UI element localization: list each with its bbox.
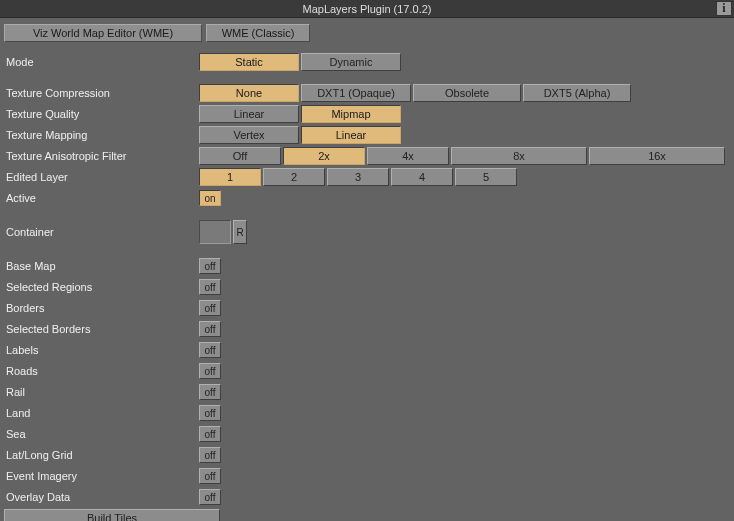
label-borders: Borders: [4, 302, 199, 314]
texcomp-dxt5[interactable]: DXT5 (Alpha): [523, 84, 631, 102]
labels-toggle[interactable]: off: [199, 342, 221, 358]
label-roads: Roads: [4, 365, 199, 377]
mode-static[interactable]: Static: [199, 53, 299, 71]
aniso-off[interactable]: Off: [199, 147, 281, 165]
window-title: MapLayers Plugin (17.0.2): [302, 3, 431, 15]
texmap-linear[interactable]: Linear: [301, 126, 401, 144]
layer-4[interactable]: 4: [391, 168, 453, 186]
layer-3[interactable]: 3: [327, 168, 389, 186]
aniso-16x[interactable]: 16x: [589, 147, 725, 165]
label-active: Active: [4, 192, 199, 204]
label-mode: Mode: [4, 56, 199, 68]
titlebar: MapLayers Plugin (17.0.2) i: [0, 0, 734, 18]
aniso-8x[interactable]: 8x: [451, 147, 587, 165]
label-sel_regions: Selected Regions: [4, 281, 199, 293]
active-toggle[interactable]: on: [199, 190, 221, 206]
aniso-4x[interactable]: 4x: [367, 147, 449, 165]
layer-1[interactable]: 1: [199, 168, 261, 186]
roads-toggle[interactable]: off: [199, 363, 221, 379]
layer-5[interactable]: 5: [455, 168, 517, 186]
texcomp-dxt1[interactable]: DXT1 (Opaque): [301, 84, 411, 102]
latlong-toggle[interactable]: off: [199, 447, 221, 463]
texcomp-none[interactable]: None: [199, 84, 299, 102]
tab-row: Viz World Map Editor (WME) WME (Classic): [4, 24, 730, 42]
mode-dynamic[interactable]: Dynamic: [301, 53, 401, 71]
label-overlay: Overlay Data: [4, 491, 199, 503]
sea-toggle[interactable]: off: [199, 426, 221, 442]
rail-toggle[interactable]: off: [199, 384, 221, 400]
texmap-vertex[interactable]: Vertex: [199, 126, 299, 144]
tab-wme[interactable]: Viz World Map Editor (WME): [4, 24, 202, 42]
build-tiles-button[interactable]: Build Tiles: [4, 509, 220, 521]
sel_regions-toggle[interactable]: off: [199, 279, 221, 295]
borders-toggle[interactable]: off: [199, 300, 221, 316]
label-edit-layer: Edited Layer: [4, 171, 199, 183]
label-tex-map: Texture Mapping: [4, 129, 199, 141]
label-sel_borders: Selected Borders: [4, 323, 199, 335]
label-rail: Rail: [4, 386, 199, 398]
label-tex-comp: Texture Compression: [4, 87, 199, 99]
sel_borders-toggle[interactable]: off: [199, 321, 221, 337]
label-aniso: Texture Anisotropic Filter: [4, 150, 199, 162]
layer-2[interactable]: 2: [263, 168, 325, 186]
texqual-mipmap[interactable]: Mipmap: [301, 105, 401, 123]
container-dropzone[interactable]: [199, 220, 231, 244]
label-base_map: Base Map: [4, 260, 199, 272]
label-tex-qual: Texture Quality: [4, 108, 199, 120]
info-icon[interactable]: i: [716, 1, 732, 16]
event_img-toggle[interactable]: off: [199, 468, 221, 484]
aniso-2x[interactable]: 2x: [283, 147, 365, 165]
label-event_img: Event Imagery: [4, 470, 199, 482]
label-container: Container: [4, 226, 199, 238]
texcomp-obsolete[interactable]: Obsolete: [413, 84, 521, 102]
base_map-toggle[interactable]: off: [199, 258, 221, 274]
texqual-linear[interactable]: Linear: [199, 105, 299, 123]
label-labels: Labels: [4, 344, 199, 356]
container-reset-button[interactable]: R: [233, 220, 247, 244]
overlay-toggle[interactable]: off: [199, 489, 221, 505]
label-sea: Sea: [4, 428, 199, 440]
label-land: Land: [4, 407, 199, 419]
tab-wme-classic[interactable]: WME (Classic): [206, 24, 310, 42]
label-latlong: Lat/Long Grid: [4, 449, 199, 461]
land-toggle[interactable]: off: [199, 405, 221, 421]
